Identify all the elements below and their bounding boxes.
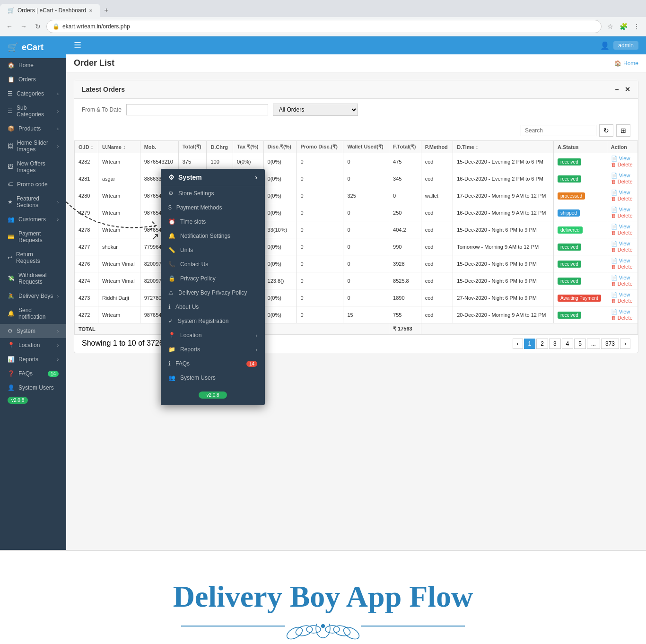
sidebar-item-featured[interactable]: ★ Featured Sections › xyxy=(0,191,66,212)
page-1-btn[interactable]: 1 xyxy=(524,339,536,349)
dropdown-store-settings[interactable]: ⚙ Store Settings xyxy=(161,186,265,200)
sidebar-item-payment-requests[interactable]: 💳 Payment Requests xyxy=(0,226,66,247)
sidebar-item-offers[interactable]: 🖼 New Offers Images xyxy=(0,157,66,177)
view-link[interactable]: 📄 View xyxy=(611,156,634,162)
page-last-btn[interactable]: 373 xyxy=(601,339,619,349)
view-link[interactable]: 📄 View xyxy=(611,309,634,315)
dropdown-contact-us[interactable]: 📞 Contact Us xyxy=(161,257,265,271)
page-5-btn[interactable]: 5 xyxy=(574,339,586,349)
view-link[interactable]: 📄 View xyxy=(611,292,634,298)
browser-tab[interactable]: 🛒 Orders | eCart - Dashboard ✕ xyxy=(0,4,100,17)
sidebar-item-home[interactable]: 🏠 Home xyxy=(0,58,66,72)
sidebar-item-orders[interactable]: 📋 Orders xyxy=(0,72,66,87)
delete-link[interactable]: 🗑 Delete xyxy=(611,196,634,201)
tab-close-btn[interactable]: ✕ xyxy=(89,8,93,13)
view-link[interactable]: 📄 View xyxy=(611,207,634,213)
delete-link[interactable]: 🗑 Delete xyxy=(611,179,634,184)
cell-uname: shekar xyxy=(98,238,140,255)
sidebar-item-faqs[interactable]: ❓ FAQs 14 xyxy=(0,366,66,381)
sidebar-item-withdrawal[interactable]: 💸 Withdrawal Requests xyxy=(0,268,66,289)
view-link[interactable]: 📄 View xyxy=(611,224,634,230)
view-link[interactable]: 📄 View xyxy=(611,258,634,264)
sidebar-item-notification[interactable]: 🔔 Send notification xyxy=(0,303,66,324)
delete-link[interactable]: 🗑 Delete xyxy=(611,162,634,167)
sidebar-label-payment-requests: Payment Requests xyxy=(18,230,59,244)
content-area: Latest Orders – ✕ From & To Date All Ord… xyxy=(66,72,646,368)
cell-promo: 0 xyxy=(297,187,343,204)
table-row: 4272 Wrteam 9876543210 755 0 0(0%) 0(0%)… xyxy=(75,306,638,323)
nav-forward-btn[interactable]: → xyxy=(18,21,29,32)
sidebar-item-promo[interactable]: 🏷 Promo code xyxy=(0,177,66,191)
table-row: 4276 Wrteam Vimal 8200970233 3928 0 0(0%… xyxy=(75,255,638,272)
dropdown-notification-settings[interactable]: 🔔 Notification Settings xyxy=(161,229,265,243)
sidebar-item-system[interactable]: ⚙ System › xyxy=(0,324,66,338)
sidebar-item-categories[interactable]: ☰ Categories › xyxy=(0,87,66,101)
cell-oid: 4278 xyxy=(75,221,98,238)
hamburger-btn[interactable]: ☰ xyxy=(74,40,81,51)
bookmark-btn[interactable]: ☆ xyxy=(604,21,616,32)
minimize-btn[interactable]: – xyxy=(615,86,619,93)
dropdown-faqs-icon: ℹ xyxy=(168,360,171,367)
search-input[interactable] xyxy=(521,125,596,136)
col-mob: Mob. xyxy=(140,141,178,153)
sidebar-item-delivery-boys[interactable]: 🚴 Delivery Boys › xyxy=(0,289,66,303)
close-btn[interactable]: ✕ xyxy=(625,86,630,93)
delete-link[interactable]: 🗑 Delete xyxy=(611,213,634,218)
order-status-select[interactable]: All Orders xyxy=(273,104,358,116)
view-link[interactable]: 📄 View xyxy=(611,275,634,281)
date-range-input[interactable] xyxy=(126,104,268,115)
status-badge: received xyxy=(558,158,581,165)
cell-promo: 0 xyxy=(297,170,343,187)
breadcrumb-home-link[interactable]: Home xyxy=(623,60,638,67)
columns-btn[interactable]: ⊞ xyxy=(616,124,630,137)
col-ftotal: F.Total(₹) xyxy=(389,141,421,153)
sidebar-item-products[interactable]: 📦 Products › xyxy=(0,122,66,136)
refresh-btn[interactable]: ↻ xyxy=(599,124,613,137)
nav-refresh-btn[interactable]: ↻ xyxy=(32,21,44,32)
page-3-btn[interactable]: 3 xyxy=(549,339,561,349)
page-4-btn[interactable]: 4 xyxy=(562,339,574,349)
dropdown-system-registration[interactable]: ✓ System Registration xyxy=(161,314,265,328)
view-link[interactable]: 📄 View xyxy=(611,190,634,196)
page-2-btn[interactable]: 2 xyxy=(536,339,548,349)
sidebar-item-system-users[interactable]: 👤 System Users xyxy=(0,381,66,395)
dropdown-units[interactable]: 📏 Units xyxy=(161,243,265,257)
dropdown-privacy-policy[interactable]: 🔒 Privacy Policy xyxy=(161,271,265,286)
dropdown-system-users[interactable]: 👥 System Users xyxy=(161,371,265,385)
dropdown-faqs[interactable]: ℹ FAQs 14 xyxy=(161,357,265,371)
tab-add-btn[interactable]: + xyxy=(100,6,112,15)
dropdown-reports[interactable]: 📁 Reports › xyxy=(161,342,265,357)
delete-link[interactable]: 🗑 Delete xyxy=(611,247,634,252)
extensions-btn[interactable]: 🧩 xyxy=(618,21,629,32)
view-link[interactable]: 📄 View xyxy=(611,173,634,179)
delete-link[interactable]: 🗑 Delete xyxy=(611,281,634,287)
table-row: 4279 Wrteam 9876543210 150 100 0(0%) 0(0… xyxy=(75,204,638,221)
menu-btn[interactable]: ⋮ xyxy=(631,21,642,32)
location-submenu-arrow: › xyxy=(256,333,257,338)
delete-link[interactable]: 🗑 Delete xyxy=(611,315,634,321)
delivery-boys-arrow: › xyxy=(57,294,59,299)
dropdown-location[interactable]: 📍 Location › xyxy=(161,328,265,342)
sidebar-item-location[interactable]: 📍 Location › xyxy=(0,338,66,352)
address-bar[interactable]: 🔒 ekart.wrteam.in/orders.php xyxy=(46,20,602,33)
sidebar-item-reports[interactable]: 📊 Reports › xyxy=(0,352,66,366)
sidebar-item-return[interactable]: ↩ Return Requests xyxy=(0,247,66,268)
cell-disc: 0(0%) xyxy=(263,187,297,204)
delete-link[interactable]: 🗑 Delete xyxy=(611,298,634,304)
prev-page-btn[interactable]: ‹ xyxy=(513,339,523,349)
dropdown-delivery-boy-privacy[interactable]: ⚠ Delivery Boy Privacy Policy xyxy=(161,286,265,300)
status-badge: Awaiting Payment xyxy=(558,295,601,302)
table-row: 4277 shekar 7799645654 990 0 0(0%) 0(0%)… xyxy=(75,238,638,255)
dropdown-payment-methods[interactable]: $ Payment Methods xyxy=(161,200,265,215)
nav-back-btn[interactable]: ← xyxy=(4,21,15,32)
cell-ftotal: 475 xyxy=(389,153,421,170)
next-page-btn[interactable]: › xyxy=(620,339,630,349)
dropdown-about-us[interactable]: ℹ About Us xyxy=(161,300,265,314)
dropdown-time-slots[interactable]: ⏰ Time slots xyxy=(161,215,265,229)
sidebar-item-slider[interactable]: 🖼 Home Slider Images › xyxy=(0,136,66,157)
sidebar-item-subcategories[interactable]: ☰ Sub Categories › xyxy=(0,101,66,122)
sidebar-item-customers[interactable]: 👥 Customers › xyxy=(0,212,66,226)
delete-link[interactable]: 🗑 Delete xyxy=(611,230,634,235)
delete-link[interactable]: 🗑 Delete xyxy=(611,264,634,270)
view-link[interactable]: 📄 View xyxy=(611,241,634,247)
